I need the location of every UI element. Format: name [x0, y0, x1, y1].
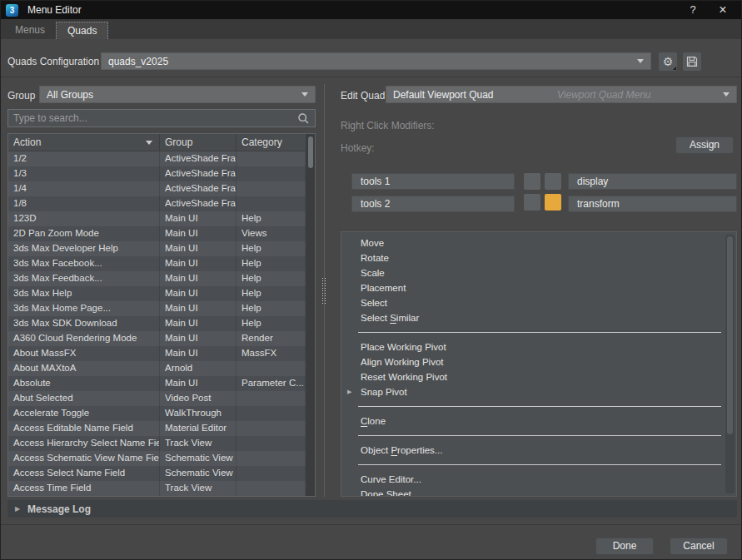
table-row[interactable]: 3ds Max HelpMain UIHelp	[8, 286, 315, 301]
submenu-arrow-icon: ▶	[341, 389, 361, 395]
table-row[interactable]: 3ds Max Facebook...Main UIHelp	[8, 256, 315, 271]
edit-quad-combo[interactable]: Default Viewport Quad Viewport Quad Menu	[386, 86, 737, 103]
quad-cell-bottom-left[interactable]	[524, 194, 540, 211]
group-combo-value: All Groups	[47, 89, 93, 101]
table-row[interactable]: 1/8ActiveShade Fra...	[8, 196, 315, 211]
table-scrollbar-thumb[interactable]	[308, 136, 313, 168]
menu-item[interactable]: ▶Snap Pivot	[341, 384, 736, 399]
table-cell	[237, 151, 306, 166]
quad-name-bottom-left[interactable]: tools 2	[351, 196, 515, 212]
table-row[interactable]: Access Select Name FieldSchematic View	[8, 466, 315, 481]
group-combo[interactable]: All Groups	[39, 86, 316, 103]
quad-cell-bottom-right-selected[interactable]	[545, 194, 561, 211]
table-row[interactable]: 3ds Max Feedback...Main UIHelp	[8, 271, 315, 286]
menu-item[interactable]: Align Working Pivot	[341, 354, 736, 369]
quad-name-top-left[interactable]: tools 1	[351, 173, 515, 190]
search-input[interactable]	[13, 112, 297, 124]
menu-item-label: Select Similar	[361, 313, 419, 323]
table-cell: 3ds Max Feedback...	[8, 271, 160, 286]
table-cell: Main UI	[160, 226, 237, 241]
quad-cell-top-right[interactable]	[545, 173, 561, 190]
table-row[interactable]: Abut SelectedVideo Post	[8, 391, 315, 406]
column-header-action[interactable]: Action	[8, 134, 160, 151]
menu-scrollbar-thumb[interactable]	[727, 236, 733, 434]
table-cell: 1/4	[8, 181, 160, 196]
menu-item[interactable]: Place Working Pivot	[341, 339, 736, 354]
menu-item[interactable]: Object Properties...	[341, 443, 736, 458]
table-row[interactable]: 3ds Max Home Page...Main UIHelp	[8, 301, 315, 316]
message-log-header[interactable]: ▶ Message Log	[7, 500, 737, 518]
table-cell: ActiveShade Fra...	[160, 181, 237, 196]
quad-name-bottom-right[interactable]: transform	[568, 196, 737, 212]
group-label: Group	[7, 90, 35, 102]
menu-item[interactable]: Select	[341, 295, 736, 310]
table-row[interactable]: 3ds Max SDK DownloadMain UIHelp	[8, 316, 315, 331]
table-cell: 1/2	[8, 151, 160, 166]
table-cell	[237, 196, 306, 211]
table-row[interactable]: 1/3ActiveShade Fra...	[8, 166, 315, 181]
table-scrollbar[interactable]	[306, 134, 315, 496]
tab-quads[interactable]: Quads	[56, 22, 108, 39]
table-cell: Access Hierarchy Select Name Field	[8, 436, 160, 451]
cancel-button[interactable]: Cancel	[670, 538, 728, 555]
table-row[interactable]: Accelerate ToggleWalkThrough	[8, 406, 315, 421]
menu-item[interactable]: Rotate	[341, 250, 736, 265]
table-cell: Material Editor	[160, 421, 237, 436]
table-cell	[237, 166, 306, 181]
table-cell: WalkThrough	[160, 406, 237, 421]
assign-button[interactable]: Assign	[675, 136, 734, 154]
table-row[interactable]: 1/2ActiveShade Fra...	[8, 151, 315, 166]
table-row[interactable]: About MAXtoAArnold	[8, 361, 315, 376]
table-row[interactable]: 2D Pan Zoom ModeMain UIViews	[8, 226, 315, 241]
table-row[interactable]: Access Hierarchy Select Name FieldTrack …	[8, 436, 315, 451]
table-cell: Main UI	[160, 331, 237, 346]
menu-item[interactable]: Dope Sheet...	[341, 487, 736, 497]
table-cell	[237, 451, 306, 466]
menu-item[interactable]: Select Similar	[341, 310, 736, 325]
menu-item[interactable]: Move	[341, 235, 736, 250]
save-floppy-icon	[686, 56, 698, 67]
save-button[interactable]	[683, 52, 701, 71]
table-cell: Help	[237, 271, 306, 286]
quad-menu-list: MoveRotateScalePlacementSelectSelect Sim…	[341, 232, 736, 497]
table-cell	[237, 466, 306, 481]
menu-item-label: Scale	[361, 268, 385, 278]
table-row[interactable]: Access Editable Name FieldMaterial Edito…	[8, 421, 315, 436]
quad-cell-top-left[interactable]	[524, 173, 540, 190]
close-button[interactable]: ×	[708, 1, 738, 19]
menu-item[interactable]: Clone	[341, 414, 736, 429]
table-cell: 123D	[8, 211, 160, 226]
done-button[interactable]: Done	[595, 538, 654, 555]
table-cell: Views	[237, 226, 306, 241]
table-cell: Access Time Field	[8, 481, 160, 496]
menu-item[interactable]: Placement	[341, 280, 736, 295]
menu-item[interactable]: Reset Working Pivot	[341, 369, 736, 384]
table-row[interactable]: About MassFXMain UIMassFX	[8, 346, 315, 361]
menu-scrollbar[interactable]	[725, 235, 735, 493]
menu-separator	[341, 458, 736, 472]
splitter-grip-handle[interactable]	[321, 277, 327, 304]
table-cell: Main UI	[160, 241, 237, 256]
menu-separator	[341, 399, 736, 414]
help-button[interactable]: ?	[678, 1, 708, 19]
menu-item[interactable]: Scale	[341, 265, 736, 280]
column-header-group[interactable]: Group	[160, 134, 237, 151]
quads-configuration-combo[interactable]: quads_v2025	[101, 52, 651, 70]
table-row[interactable]: Access Time FieldTrack View	[8, 481, 315, 496]
table-cell: 1/8	[8, 196, 160, 211]
table-cell	[237, 406, 306, 421]
column-header-category[interactable]: Category	[237, 134, 306, 151]
table-row[interactable]: AbsoluteMain UIParameter C...	[8, 376, 315, 391]
options-gear-button[interactable]: ⚙	[659, 52, 677, 71]
table-row[interactable]: 1/4ActiveShade Fra...	[8, 181, 315, 196]
table-row[interactable]: Access Schematic View Name FieldSchemati…	[8, 451, 315, 466]
quad-name-top-right[interactable]: display	[568, 173, 737, 190]
gear-icon: ⚙	[663, 55, 674, 68]
table-row[interactable]: 123DMain UIHelp	[8, 211, 315, 226]
table-cell: Absolute	[8, 376, 160, 391]
tab-menus[interactable]: Menus	[4, 22, 56, 39]
menu-item-label: Dope Sheet...	[361, 489, 419, 497]
table-row[interactable]: A360 Cloud Rendering ModeMain UIRender	[8, 331, 315, 346]
table-row[interactable]: 3ds Max Developer HelpMain UIHelp	[8, 241, 315, 256]
menu-item[interactable]: Curve Editor...	[341, 472, 736, 487]
